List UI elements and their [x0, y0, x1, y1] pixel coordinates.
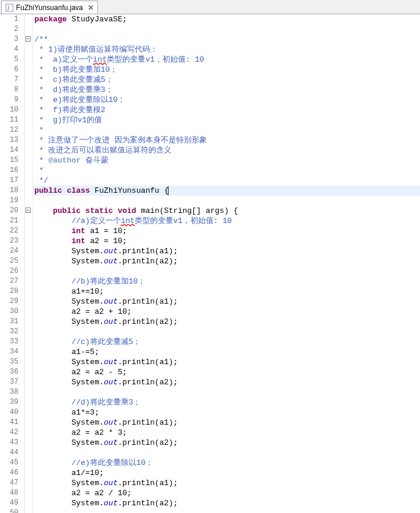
code-line[interactable]: a2 = a2 / 10; [33, 488, 420, 498]
code-line[interactable]: System.out.println(a2); [33, 317, 420, 327]
code-line[interactable]: * 注意做了一个改进 因为案例本身不是特别形象 [33, 135, 420, 145]
code-token: out [104, 438, 117, 447]
line-number: 46 [0, 468, 18, 478]
line-number: 10 [0, 105, 18, 115]
code-token: * b)将此变量加10； [34, 65, 117, 74]
code-line[interactable]: System.out.println(a2); [33, 438, 420, 448]
code-line[interactable]: * 改进之后可以看出赋值运算符的含义 [33, 145, 420, 155]
code-line[interactable]: System.out.println(a2); [33, 377, 420, 387]
code-line[interactable]: a1*=3; [33, 407, 420, 418]
code-line[interactable]: System.out.println(a1); [33, 418, 420, 428]
code-line[interactable]: a1/=10; [33, 468, 420, 478]
fold-cell [25, 357, 33, 367]
code-line[interactable]: System.out.println(a2); [33, 256, 420, 266]
code-token: a2 = a2 / 10; [34, 489, 132, 498]
code-token: main(String[] args) { [136, 206, 238, 215]
code-line[interactable]: int a2 = 10; [33, 236, 420, 246]
line-number: 44 [0, 448, 18, 458]
code-line[interactable]: * c)将此变量减5； [33, 75, 420, 85]
code-line[interactable] [33, 266, 420, 276]
code-token: a2 = a2 * 3; [34, 428, 127, 437]
code-line[interactable]: a1-=5; [33, 347, 420, 357]
code-line[interactable]: * @author 奋斗蒙 [33, 155, 420, 165]
code-line[interactable]: * e)将此变量除以10； [33, 95, 420, 105]
code-line[interactable]: //c)将此变量减5； [33, 337, 420, 347]
code-line[interactable]: System.out.println(a1); [33, 297, 420, 307]
fold-cell [25, 145, 33, 155]
code-token: System. [34, 317, 104, 326]
code-line[interactable] [33, 387, 420, 397]
code-line[interactable] [33, 327, 420, 337]
line-number: 21 [0, 216, 18, 226]
fold-cell [25, 65, 33, 75]
code-line[interactable]: System.out.println(a2); [33, 498, 420, 508]
code-token: * g)打印v1的值 [34, 116, 102, 125]
code-token: static [85, 206, 113, 215]
code-token [34, 237, 71, 246]
fold-cell [25, 266, 33, 276]
code-line[interactable]: a2 = a2 + 10; [33, 307, 420, 317]
code-line[interactable]: * [33, 125, 420, 135]
code-token: * 注意做了一个改进 因为案例本身不是特别形象 [34, 136, 207, 145]
fold-cell [25, 347, 33, 357]
code-line[interactable]: */ [33, 176, 420, 186]
code-line[interactable]: //d)将此变量乘3； [33, 397, 420, 407]
line-number: 6 [0, 65, 18, 75]
close-icon[interactable]: ✕ [88, 4, 94, 12]
line-number: 14 [0, 145, 18, 155]
code-line[interactable]: int a1 = 10; [33, 226, 420, 236]
code-line[interactable]: * [33, 165, 420, 176]
code-line[interactable]: * g)打印v1的值 [33, 115, 420, 125]
code-token: a1+=10; [34, 287, 104, 296]
code-token: .println(a1); [117, 418, 177, 427]
code-editor[interactable]: 1234567891011121314151617181920212223242… [0, 14, 420, 513]
code-token: //d)将此变量乘3； [71, 398, 141, 407]
code-token: /** [34, 35, 48, 44]
code-line[interactable] [33, 508, 420, 513]
code-token: int [71, 237, 85, 246]
code-line[interactable]: //a)定义一个int类型的变量v1，初始值: 10 [33, 216, 420, 226]
code-line[interactable]: System.out.println(a1); [33, 246, 420, 256]
code-line[interactable]: a1+=10; [33, 286, 420, 297]
code-line[interactable] [33, 24, 420, 34]
code-area[interactable]: package StudyJavaSE;/** * 1)请使用赋值运算符编写代码… [33, 14, 420, 513]
fold-toggle-icon[interactable] [26, 36, 31, 42]
fold-cell [25, 14, 33, 24]
line-number: 1 [0, 14, 18, 24]
code-token: System. [34, 479, 104, 487]
line-number: 4 [0, 44, 18, 55]
code-line[interactable]: System.out.println(a1); [33, 478, 420, 488]
code-token [34, 509, 71, 513]
code-line[interactable]: /** [33, 34, 420, 44]
code-line[interactable]: * a)定义一个int类型的变量v1，初始值: 10 [33, 55, 420, 65]
code-line[interactable]: public class FuZhiYunsuanfu { [33, 186, 420, 196]
code-line[interactable]: * f)将此变量模2 [33, 105, 420, 115]
code-line[interactable]: * b)将此变量加10； [33, 65, 420, 75]
code-line[interactable]: a2 = a2 - 5; [33, 367, 420, 377]
code-line[interactable]: //e)将此变量除以10； [33, 458, 420, 468]
fold-cell [25, 165, 33, 176]
line-number: 35 [0, 357, 18, 367]
line-number: 28 [0, 286, 18, 297]
code-line[interactable]: package StudyJavaSE; [33, 14, 420, 24]
code-line[interactable]: * 1)请使用赋值运算符编写代码： [33, 44, 420, 55]
editor-tab[interactable]: J FuZhiYunsuanfu.java ✕ [1, 1, 98, 14]
code-line[interactable] [33, 196, 420, 206]
line-number: 18 [0, 186, 18, 196]
code-line[interactable]: * d)将此变量乘3； [33, 85, 420, 95]
line-number: 17 [0, 176, 18, 186]
fold-toggle-icon[interactable] [26, 208, 31, 213]
fold-cell [25, 498, 33, 508]
code-line[interactable]: System.out.println(a1); [33, 357, 420, 367]
line-number: 31 [0, 317, 18, 327]
fold-cell [25, 34, 33, 44]
fold-cell [25, 176, 33, 186]
code-token: * e)将此变量除以10； [34, 95, 125, 104]
code-line[interactable]: a2 = a2 * 3; [33, 428, 420, 438]
line-number: 39 [0, 397, 18, 407]
code-line[interactable] [33, 448, 420, 458]
fold-cell [25, 226, 33, 236]
code-line[interactable]: public static void main(String[] args) { [33, 206, 420, 216]
code-token: .println(a2); [117, 438, 177, 447]
code-line[interactable]: //b)将此变量加10； [33, 276, 420, 286]
